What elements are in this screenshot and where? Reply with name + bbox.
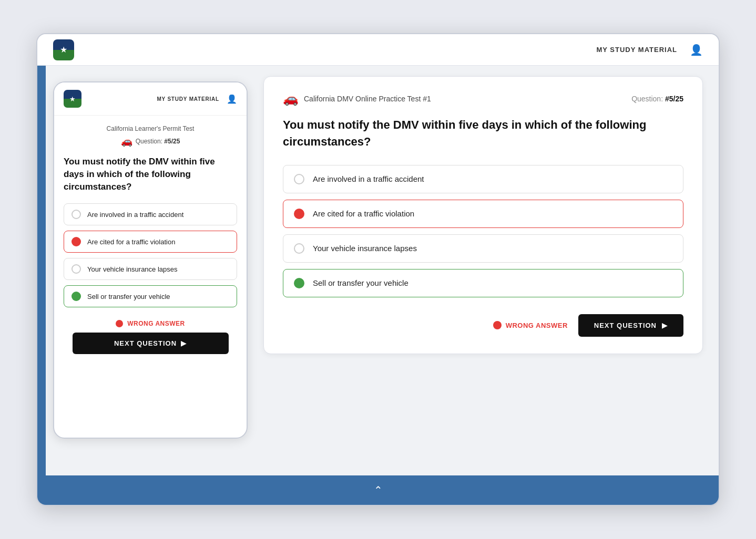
phone-question-text: You must notify the DMV within five days…: [64, 156, 237, 193]
desktop-wrong-dot-icon: [493, 321, 502, 329]
phone-question-num: Question: #5/25: [136, 138, 180, 145]
desktop-answer-3[interactable]: Your vehicle insurance lapses: [283, 234, 683, 263]
main-content: ★ MY STUDY MATERIAL 👤 California Learner…: [37, 66, 719, 475]
bottom-bar: ⌃: [37, 475, 719, 505]
phone-body: California Learner's Permit Test 🚗 Quest…: [54, 116, 247, 438]
blue-side-accent: [37, 66, 46, 475]
desktop-answer-text-3: Your vehicle insurance lapses: [313, 244, 417, 253]
phone-nav-user-icon[interactable]: 👤: [227, 94, 237, 104]
radio-icon-1: [71, 210, 81, 219]
phone-next-arrow-icon: ▶: [181, 339, 187, 347]
phone-footer: WRONG ANSWER NEXT QUESTION ▶: [64, 320, 237, 354]
phone-answer-3[interactable]: Your vehicle insurance lapses: [64, 258, 237, 280]
phone-answer-2[interactable]: Are cited for a traffic violation: [64, 231, 237, 253]
phone-test-label: California Learner's Permit Test: [64, 125, 237, 132]
desktop-wrong-dot-icon-2: [294, 209, 304, 219]
phone-car-icon: 🚗: [121, 136, 132, 147]
wrong-dot-icon-2: [71, 237, 81, 246]
phone-header: ★ MY STUDY MATERIAL 👤: [54, 82, 247, 116]
phone-nav-title: MY STUDY MATERIAL: [157, 96, 219, 102]
top-nav: ★ MY STUDY MATERIAL 👤: [37, 34, 719, 66]
desktop-answer-text-4: Sell or transfer your vehicle: [313, 278, 408, 287]
phone-answer-text-4: Sell or transfer your vehicle: [87, 293, 170, 300]
phone-logo-star-icon: ★: [69, 95, 76, 103]
radio-icon-3: [71, 264, 81, 274]
phone-answer-text-3: Your vehicle insurance lapses: [87, 265, 178, 273]
phone-wrong-answer-label: WRONG ANSWER: [116, 320, 185, 327]
bottom-bar-icon: ⌃: [374, 484, 383, 496]
desktop-panel: 🚗 California DMV Online Practice Test #1…: [263, 76, 703, 354]
desktop-radio-icon-1: [294, 174, 304, 184]
desktop-footer: WRONG ANSWER NEXT QUESTION ▶: [283, 314, 683, 337]
desktop-next-button[interactable]: NEXT QUESTION ▶: [578, 314, 683, 337]
desktop-test-name: California DMV Online Practice Test #1: [304, 95, 431, 103]
desktop-next-arrow-icon: ▶: [662, 322, 668, 329]
desktop-car-icon: 🚗: [283, 91, 299, 106]
phone-car-row: 🚗 Question: #5/25: [64, 136, 237, 147]
logo-star-icon: ★: [60, 45, 67, 55]
desktop-answer-text-1: Are involved in a traffic accident: [313, 174, 424, 183]
phone-logo: ★: [64, 90, 81, 108]
desktop-answer-4[interactable]: Sell or transfer your vehicle: [283, 269, 683, 297]
nav-title: MY STUDY MATERIAL: [596, 46, 677, 54]
phone-wrong-dot-icon: [116, 320, 123, 327]
desktop-wrong-answer-label: WRONG ANSWER: [493, 321, 568, 329]
phone-next-button[interactable]: NEXT QUESTION ▶: [73, 333, 229, 354]
desktop-question-text: You must notify the DMV within five days…: [283, 117, 683, 150]
phone-answer-4[interactable]: Sell or transfer your vehicle: [64, 285, 237, 307]
phone-answer-text-1: Are involved in a traffic accident: [87, 211, 183, 219]
desktop-correct-dot-icon-4: [294, 278, 304, 288]
phone-answer-text-2: Are cited for a traffic violation: [87, 238, 175, 246]
device-frame: ★ MY STUDY MATERIAL 👤 ★ MY STUDY MATERIA…: [36, 33, 720, 506]
nav-user-icon[interactable]: 👤: [690, 44, 703, 56]
logo-badge: ★: [53, 39, 74, 60]
desktop-answer-1[interactable]: Are involved in a traffic accident: [283, 165, 683, 193]
desktop-panel-header: 🚗 California DMV Online Practice Test #1…: [283, 91, 683, 106]
desktop-answer-text-2: Are cited for a traffic violation: [313, 209, 414, 218]
desktop-answer-2[interactable]: Are cited for a traffic violation: [283, 200, 683, 228]
desktop-car-label-row: 🚗 California DMV Online Practice Test #1: [283, 91, 431, 106]
desktop-question-counter: Question: #5/25: [631, 95, 683, 103]
phone-mockup: ★ MY STUDY MATERIAL 👤 California Learner…: [53, 81, 248, 439]
correct-dot-icon-4: [71, 292, 81, 301]
desktop-radio-icon-3: [294, 243, 304, 254]
phone-answer-1[interactable]: Are involved in a traffic accident: [64, 203, 237, 225]
